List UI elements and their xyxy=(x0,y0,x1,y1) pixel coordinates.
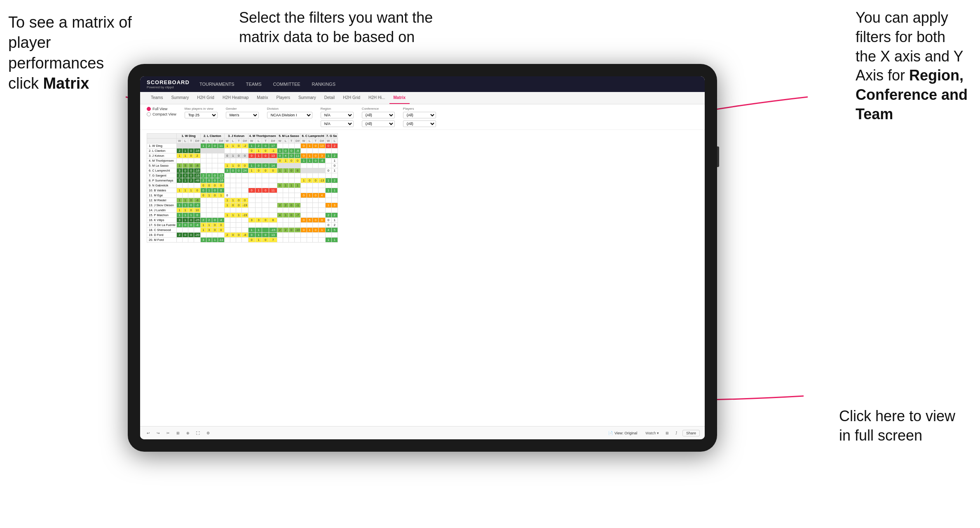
matrix-cell: 0 xyxy=(277,158,283,163)
player-name-cell: 13. J Skov Olesen xyxy=(147,203,177,208)
matrix-cell: 0 xyxy=(262,168,269,173)
matrix-cell xyxy=(294,238,301,243)
nav-rankings[interactable]: RANKINGS xyxy=(310,81,337,87)
matrix-cell: 2 xyxy=(194,153,201,158)
matrix-cell xyxy=(200,148,206,153)
gender-select[interactable]: Men's Women's xyxy=(226,112,259,118)
tab-players-h2h-hi[interactable]: H2H Hi... xyxy=(364,92,389,104)
matrix-cell: 1 xyxy=(177,203,183,208)
matrix-cell xyxy=(194,238,201,243)
matrix-cell: 0 xyxy=(236,144,241,148)
sh-d2: Dif xyxy=(218,139,224,144)
share-button[interactable]: Share xyxy=(682,430,700,436)
watch-btn[interactable]: Watch ▾ xyxy=(644,430,661,436)
nav-teams[interactable]: TEAMS xyxy=(244,81,263,87)
matrix-cell: 2 xyxy=(331,178,338,183)
matrix-cell: -19 xyxy=(241,213,248,218)
tablet: SCOREBOARD Powered by clippd TOURNAMENTS… xyxy=(128,64,717,452)
matrix-cell xyxy=(224,148,230,153)
full-view-option[interactable]: Full View xyxy=(147,107,176,111)
matrix-cell: 1 xyxy=(301,178,307,183)
share-icon-btn[interactable]: ⤴ xyxy=(674,430,679,436)
matrix-cell xyxy=(230,158,236,163)
matrix-cell: -15 xyxy=(218,173,224,178)
tab-summary[interactable]: Summary xyxy=(167,92,193,104)
matrix-cell xyxy=(183,158,188,163)
matrix-cell: 0 xyxy=(206,178,212,183)
matrix-cell: -6 xyxy=(194,163,201,168)
matrix-cell: 24 xyxy=(241,168,248,173)
matrix-cell xyxy=(200,163,206,168)
tab-players-h2h-grid[interactable]: H2H Grid xyxy=(339,92,364,104)
matrix-cell: 2 xyxy=(283,228,288,233)
power-button[interactable] xyxy=(717,146,719,167)
sh-t6: T xyxy=(313,139,319,144)
matrix-cell xyxy=(230,218,236,223)
sh-t1: T xyxy=(188,139,194,144)
matrix-cell: 0 xyxy=(325,168,331,173)
matrix-wrapper[interactable]: 1. W Ding 2. L Clanton 3. J Koivun 4. M … xyxy=(140,130,705,426)
matrix-cell: -16 xyxy=(194,148,201,153)
tab-teams[interactable]: Teams xyxy=(147,92,167,104)
region-y-select[interactable]: N/A xyxy=(321,120,354,127)
matrix-cell: 0 xyxy=(183,223,188,228)
matrix-cell: 0 xyxy=(188,153,194,158)
matrix-cell xyxy=(307,198,312,203)
players-x-select[interactable]: (All) xyxy=(403,112,436,118)
matrix-cell xyxy=(241,218,248,223)
matrix-cell xyxy=(269,173,277,178)
tab-h2h-grid[interactable]: H2H Grid xyxy=(193,92,218,104)
matrix-cell xyxy=(206,163,212,168)
table-row: 13. J Skov Olesen110-3100-19220-113 xyxy=(147,203,338,208)
matrix-cell xyxy=(269,183,277,188)
tab-players[interactable]: Players xyxy=(272,92,294,104)
conference-x-select[interactable]: (All) xyxy=(362,112,395,118)
division-select[interactable]: NCAA Division I NCAA Division II xyxy=(267,112,312,118)
matrix-cell xyxy=(307,183,312,188)
matrix-cell: 0 xyxy=(288,203,294,208)
matrix-cell: -7 xyxy=(294,213,301,218)
col-header-3: 3. J Koivun xyxy=(224,134,248,139)
matrix-cell xyxy=(212,163,218,168)
compact-view-radio[interactable] xyxy=(147,112,151,116)
undo-btn[interactable]: ↩ xyxy=(145,430,152,436)
tab-detail[interactable]: Detail xyxy=(320,92,339,104)
matrix-cell: 0 xyxy=(313,158,319,163)
matrix-cell xyxy=(307,168,312,173)
redo-btn[interactable]: ↪ xyxy=(155,430,162,436)
matrix-cell xyxy=(288,208,294,213)
matrix-cell: 2 xyxy=(331,144,338,148)
matrix-cell xyxy=(269,223,277,228)
matrix-cell: 0 xyxy=(269,168,277,173)
matrix-cell xyxy=(325,233,331,238)
matrix-cell: 0 xyxy=(248,148,255,153)
compact-view-option[interactable]: Compact View xyxy=(147,112,176,116)
region-x-select[interactable]: N/A xyxy=(321,112,354,118)
grid-btn[interactable]: ⊞ xyxy=(664,430,671,436)
tab-players-matrix[interactable]: Matrix xyxy=(389,92,410,104)
fullscreen-btn[interactable]: ⛶ xyxy=(195,430,202,436)
matrix-cell xyxy=(283,144,288,148)
zoom-btn[interactable]: ⊕ xyxy=(185,430,191,436)
copy-btn[interactable]: ⊞ xyxy=(175,430,181,436)
players-y-select[interactable]: (All) xyxy=(403,120,436,127)
matrix-cell xyxy=(319,188,325,193)
subheader-label xyxy=(147,139,177,144)
nav-committee[interactable]: COMMITTEE xyxy=(272,81,302,87)
tab-players-summary[interactable]: Summary xyxy=(294,92,320,104)
matrix-cell: 0 xyxy=(262,144,269,148)
tab-h2h-heatmap[interactable]: H2H Heatmap xyxy=(218,92,253,104)
conference-y-select[interactable]: (All) xyxy=(362,120,395,127)
matrix-cell xyxy=(194,158,201,163)
settings-btn[interactable]: ⚙ xyxy=(205,430,211,436)
cut-btn[interactable]: ✂ xyxy=(165,430,171,436)
matrix-cell xyxy=(236,218,241,223)
tab-matrix[interactable]: Matrix xyxy=(253,92,272,104)
col-header-7: 7. G Sa xyxy=(325,134,338,139)
matrix-cell xyxy=(313,233,319,238)
max-players-select[interactable]: Top 25 Top 50 xyxy=(185,112,218,118)
full-view-radio[interactable] xyxy=(147,107,151,111)
matrix-cell xyxy=(212,233,218,238)
nav-tournaments[interactable]: TOURNAMENTS xyxy=(198,81,236,87)
matrix-cell xyxy=(241,208,248,213)
